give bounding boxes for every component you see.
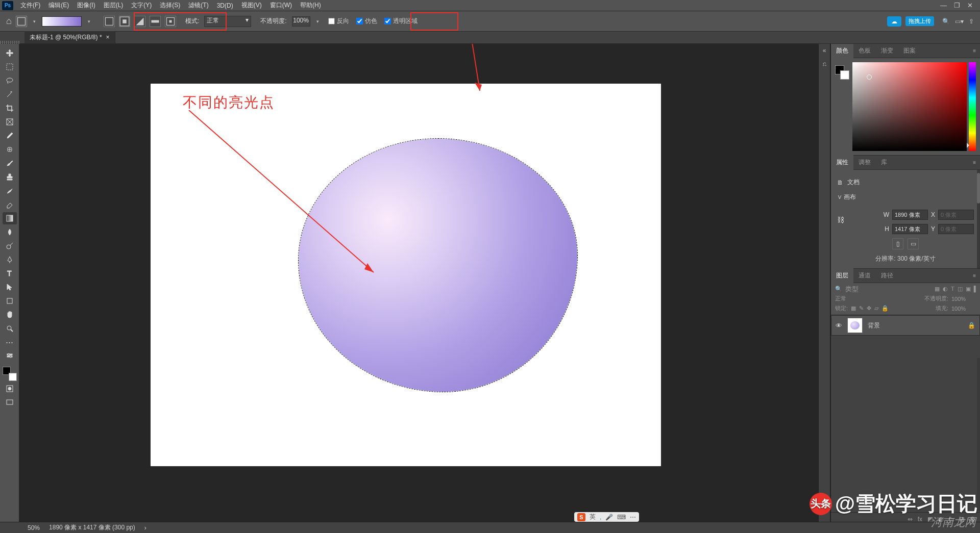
orient-portrait[interactable]: ▯ xyxy=(892,238,903,249)
tab-close-icon[interactable]: × xyxy=(106,34,110,41)
edit-toolbar[interactable] xyxy=(3,350,17,362)
gradient-preview[interactable] xyxy=(42,16,82,27)
document-tab[interactable]: 未标题-1 @ 50%(RGB/8) * × xyxy=(24,31,115,43)
layer-item-background[interactable]: 👁 背景 🔒 xyxy=(831,315,980,336)
saturation-value-picker[interactable] xyxy=(852,62,967,151)
ime-lang[interactable]: 英 xyxy=(590,513,596,521)
link-icon[interactable]: ⛓ xyxy=(837,216,844,224)
layer-thumbnail[interactable] xyxy=(847,318,863,333)
menu-image[interactable]: 图像(I) xyxy=(73,0,99,11)
gradient-tool[interactable] xyxy=(3,212,17,224)
dodge-tool[interactable] xyxy=(3,240,17,252)
menu-edit[interactable]: 编辑(E) xyxy=(44,0,73,11)
visibility-icon[interactable]: 👁 xyxy=(836,322,842,329)
workspace-icon[interactable]: ▭▾ xyxy=(955,18,964,25)
layer-blend-select[interactable]: 正常 xyxy=(835,295,876,302)
dither-checkbox[interactable]: 仿色 xyxy=(356,17,377,26)
more-icon[interactable]: ⋯ xyxy=(630,514,636,521)
menu-filter[interactable]: 滤镜(T) xyxy=(184,0,212,11)
cloud-button[interactable]: ☁ xyxy=(887,16,901,27)
tool-preset-dropdown[interactable]: ▾ xyxy=(31,19,38,24)
tab-swatches[interactable]: 色板 xyxy=(853,43,876,58)
menu-select[interactable]: 选择(S) xyxy=(156,0,184,11)
move-tool[interactable] xyxy=(3,47,17,59)
shape-tool[interactable] xyxy=(3,295,17,307)
menu-help[interactable]: 帮助(H) xyxy=(296,0,325,11)
document-dimensions[interactable]: 1890 像素 x 1417 像素 (300 pp) xyxy=(49,523,135,532)
lock-paint-icon[interactable]: ✎ xyxy=(859,305,864,312)
menu-layer[interactable]: 图层(L) xyxy=(100,0,128,11)
layer-filter-input[interactable] xyxy=(845,285,932,293)
lock-nest-icon[interactable]: ▱ xyxy=(874,305,878,312)
tab-properties[interactable]: 属性 xyxy=(831,155,853,170)
menu-window[interactable]: 窗口(W) xyxy=(266,0,296,11)
gradient-dropdown[interactable]: ▾ xyxy=(86,19,92,24)
zoom-tool[interactable] xyxy=(3,322,17,335)
layer-name[interactable]: 背景 xyxy=(868,321,880,330)
search-icon[interactable]: 🔍 xyxy=(835,286,842,292)
eyedropper-tool[interactable] xyxy=(3,130,17,142)
grip-icon[interactable] xyxy=(0,41,19,44)
filter-smart-icon[interactable]: ▣ xyxy=(966,286,971,292)
healing-tool[interactable] xyxy=(3,143,17,156)
canvas-area[interactable]: 不同的亮光点 xyxy=(19,44,818,525)
status-chevron-icon[interactable]: › xyxy=(144,524,146,531)
property-scrollbar[interactable] xyxy=(977,170,980,268)
menu-3d[interactable]: 3D(D) xyxy=(213,1,237,10)
zoom-level[interactable]: 50% xyxy=(28,524,40,531)
quickmask-tool[interactable] xyxy=(3,383,17,395)
lock-pos-icon[interactable]: ✥ xyxy=(867,305,871,312)
minimize-button[interactable]: — xyxy=(940,2,947,9)
ime-tray[interactable]: S 英 , 🎤 ⌨ ⋯ xyxy=(574,512,639,522)
fg-bg-indicator[interactable] xyxy=(835,62,849,151)
filter-shape-icon[interactable]: ◫ xyxy=(958,286,963,292)
orient-landscape[interactable]: ▭ xyxy=(908,238,919,249)
menu-type[interactable]: 文字(Y) xyxy=(127,0,156,11)
tab-pattern[interactable]: 图案 xyxy=(898,43,921,58)
screenmode-tool[interactable] xyxy=(3,396,17,409)
tab-channels[interactable]: 通道 xyxy=(853,268,876,283)
color-swatches[interactable] xyxy=(3,367,17,381)
brush-tool[interactable] xyxy=(3,157,17,169)
gradient-reflected[interactable] xyxy=(150,16,161,27)
more-tools[interactable]: ⋯ xyxy=(3,336,17,348)
restore-button[interactable]: ❐ xyxy=(954,2,960,9)
mic-icon[interactable]: 🎤 xyxy=(605,514,613,521)
search-icon[interactable]: 🔍 xyxy=(942,18,950,25)
canvas-section-toggle[interactable]: ∨ 画布 xyxy=(837,193,974,201)
menu-view[interactable]: 视图(V) xyxy=(237,0,266,11)
filter-adjust-icon[interactable]: ◐ xyxy=(943,286,948,292)
lock-icon[interactable]: 🔒 xyxy=(968,322,975,329)
tab-libraries[interactable]: 库 xyxy=(876,155,892,170)
type-tool[interactable]: T xyxy=(3,267,17,280)
stamp-tool[interactable] xyxy=(3,171,17,183)
filter-image-icon[interactable]: ▦ xyxy=(935,286,940,292)
gradient-angle[interactable] xyxy=(134,16,145,27)
hand-tool[interactable] xyxy=(3,309,17,321)
menu-file[interactable]: 文件(F) xyxy=(16,0,44,11)
panel-menu-icon[interactable]: ≡ xyxy=(969,48,980,54)
history-brush-tool[interactable] xyxy=(3,185,17,197)
tab-adjustments[interactable]: 调整 xyxy=(853,155,876,170)
gradient-diamond[interactable] xyxy=(165,16,176,27)
upload-button[interactable]: 拖拽上传 xyxy=(905,16,934,26)
lock-all-icon[interactable]: 🔒 xyxy=(881,305,889,312)
crop-tool[interactable] xyxy=(3,102,17,114)
tab-paths[interactable]: 路径 xyxy=(876,268,898,283)
tab-color[interactable]: 颜色 xyxy=(831,43,853,58)
path-select-tool[interactable] xyxy=(3,281,17,293)
gradient-radial[interactable] xyxy=(119,16,130,27)
frame-tool[interactable] xyxy=(3,116,17,128)
share-icon[interactable]: ⇪ xyxy=(969,18,974,25)
opacity-value[interactable]: 100% xyxy=(292,16,310,27)
lock-trans-icon[interactable]: ▩ xyxy=(851,305,856,312)
collapsed-panel-strip[interactable]: « ⎌ xyxy=(818,44,830,525)
layer-fill[interactable]: 100% xyxy=(951,306,976,312)
panel-icon[interactable]: ⎌ xyxy=(823,60,826,67)
height-input[interactable] xyxy=(892,224,928,234)
panel-menu-icon[interactable]: ≡ xyxy=(969,160,980,165)
close-button[interactable]: ✕ xyxy=(967,2,973,9)
gradient-linear[interactable] xyxy=(104,16,115,27)
reverse-checkbox[interactable]: 反向 xyxy=(328,17,349,26)
eraser-tool[interactable] xyxy=(3,198,17,211)
